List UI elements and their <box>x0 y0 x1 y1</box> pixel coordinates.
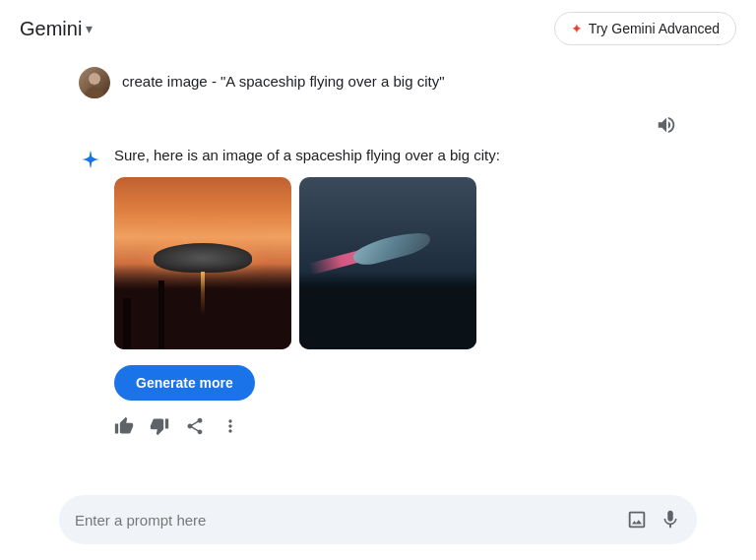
logo-text: Gemini <box>20 18 82 40</box>
microphone-icon[interactable] <box>660 509 681 530</box>
spaceship-body <box>351 227 433 269</box>
share-icon[interactable] <box>185 416 205 436</box>
avatar <box>79 67 110 98</box>
gem-icon: ✦ <box>571 21 583 36</box>
gemini-response-row: Sure, here is an image of a spaceship fl… <box>79 147 677 436</box>
thumbs-up-icon[interactable] <box>114 416 134 436</box>
avatar-image <box>79 67 110 98</box>
response-text: Sure, here is an image of a spaceship fl… <box>114 147 677 163</box>
gemini-logo[interactable]: Gemini ▾ <box>20 18 93 40</box>
image-upload-icon[interactable] <box>626 509 648 530</box>
user-message-row: create image - "A spaceship flying over … <box>79 67 677 98</box>
generate-more-button[interactable]: Generate more <box>114 365 255 401</box>
city-silhouette-1 <box>114 264 291 350</box>
city-silhouette-2 <box>299 272 476 349</box>
response-content: Sure, here is an image of a spaceship fl… <box>114 147 677 436</box>
thumbs-down-icon[interactable] <box>150 416 169 436</box>
generate-more-label: Generate more <box>136 375 233 391</box>
user-message-text: create image - "A spaceship flying over … <box>122 67 444 90</box>
try-advanced-label: Try Gemini Advanced <box>589 21 720 36</box>
main-content: create image - "A spaceship flying over … <box>0 57 756 483</box>
action-row <box>114 416 677 436</box>
generated-image-2[interactable] <box>299 177 476 349</box>
sound-row <box>79 114 677 141</box>
input-container <box>59 495 697 544</box>
bottom-bar <box>0 483 756 560</box>
sound-icon[interactable] <box>656 114 677 141</box>
input-icons <box>626 509 681 530</box>
try-advanced-button[interactable]: ✦ Try Gemini Advanced <box>554 12 736 45</box>
header: Gemini ▾ ✦ Try Gemini Advanced <box>0 0 756 57</box>
prompt-input[interactable] <box>75 512 618 529</box>
images-grid <box>114 177 677 349</box>
more-options-icon[interactable] <box>220 416 240 436</box>
chevron-down-icon: ▾ <box>86 21 93 36</box>
generated-image-1[interactable] <box>114 177 291 349</box>
gemini-star-icon <box>79 149 102 172</box>
